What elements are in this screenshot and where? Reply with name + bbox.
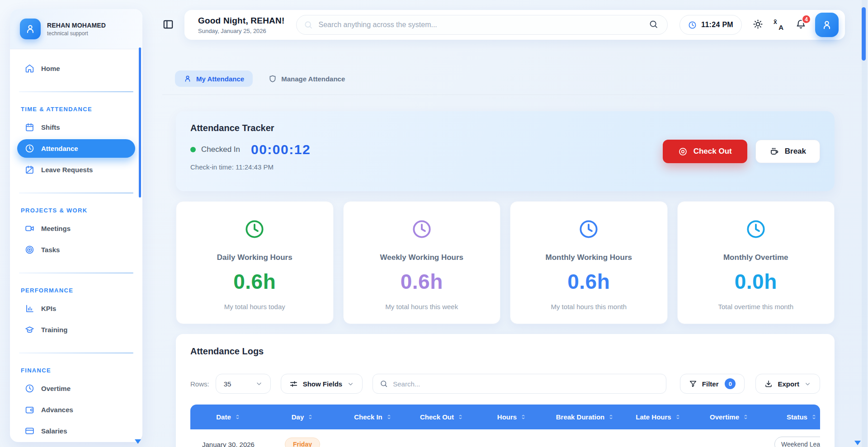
search-icon	[649, 19, 658, 29]
sidebar-item-advances[interactable]: Advances	[17, 400, 135, 419]
stat-subtitle: My total hours this week	[385, 303, 458, 311]
chevron-down-icon	[347, 381, 354, 387]
stat-title: Monthly Overtime	[723, 253, 788, 262]
sidebar-user-card[interactable]: REHAN MOHAMED technical support	[10, 9, 142, 49]
break-button[interactable]: Break	[755, 140, 820, 163]
sidebar-item-attendance[interactable]: Attendance	[17, 139, 135, 158]
day-badge: Friday	[285, 438, 320, 447]
sidebar-scroll-down-arrow[interactable]	[135, 439, 141, 444]
target-icon	[25, 245, 34, 254]
sidebar-scrollbar[interactable]	[139, 47, 141, 198]
column-header-break-duration[interactable]: Break Duration	[547, 405, 623, 429]
sidebar-item-meetings[interactable]: Meetings	[17, 219, 135, 238]
topbar: Good Night, REHAN! Sunday, January 25, 2…	[162, 10, 845, 40]
page-scrollbar-thumb[interactable]	[862, 7, 866, 61]
logs-title: Attendance Logs	[190, 346, 820, 357]
column-header-check-out[interactable]: Check Out	[407, 405, 476, 429]
stat-card-daily-hours: Daily Working Hours 0.6h My total hours …	[176, 201, 334, 324]
rows-label: Rows:	[190, 380, 209, 388]
sidebar: REHAN MOHAMED technical support Home TIM…	[10, 9, 142, 442]
tab-label: My Attendance	[196, 75, 244, 83]
sidebar-item-kpis[interactable]: KPIs	[17, 299, 135, 318]
show-fields-label: Show Fields	[303, 380, 343, 388]
stat-value: 0.0h	[735, 269, 777, 294]
column-header-late-hours[interactable]: Late Hours	[623, 405, 694, 429]
sidebar-item-label: Salaries	[41, 427, 67, 435]
logs-search-input[interactable]	[393, 380, 659, 388]
content: Attendance Tracker Checked In 00:00:12 C…	[176, 111, 835, 447]
check-out-button[interactable]: Check Out	[663, 140, 747, 163]
stat-title: Monthly Working Hours	[546, 253, 632, 262]
calendar-icon	[25, 122, 34, 132]
clock-icon	[411, 219, 432, 240]
export-button[interactable]: Export	[755, 374, 820, 394]
stat-card-weekly-hours: Weekly Working Hours 0.6h My total hours…	[343, 201, 501, 324]
filter-button[interactable]: Filter 0	[680, 374, 745, 394]
user-role: technical support	[47, 30, 106, 37]
tracker-actions: Check Out Break	[663, 140, 820, 163]
attendance-logs-card: Attendance Logs Rows: 35 Show Fields	[176, 334, 835, 447]
cell-break-duration	[547, 429, 623, 447]
cell-check-out	[407, 429, 476, 447]
cell-hours	[476, 429, 547, 447]
table-header-row: Date Day Check In Check Out Hours Break …	[190, 405, 820, 429]
column-header-overtime[interactable]: Overtime	[694, 405, 764, 429]
cell-day: Friday	[266, 429, 339, 447]
page-scroll-down-arrow[interactable]	[854, 441, 861, 445]
wallet-icon	[25, 405, 34, 414]
clock-icon	[688, 21, 697, 29]
theme-toggle-button[interactable]	[753, 19, 763, 31]
sidebar-item-training[interactable]: Training	[17, 320, 135, 339]
rows-per-page-value: 35	[224, 380, 231, 388]
sidebar-divider	[19, 193, 133, 193]
stat-value: 0.6h	[567, 269, 610, 294]
bar-chart-icon	[25, 304, 34, 313]
cell-overtime	[694, 429, 764, 447]
sidebar-toggle-button[interactable]	[162, 19, 174, 32]
clock-icon	[745, 219, 766, 240]
table-row[interactable]: January 30, 2026 Friday Weekend Leave	[190, 429, 820, 447]
filter-label: Filter	[702, 380, 719, 388]
user-name: REHAN MOHAMED	[47, 22, 106, 29]
column-header-status[interactable]: Status	[764, 405, 820, 429]
user-icon	[821, 19, 833, 31]
sidebar-item-shifts[interactable]: Shifts	[17, 118, 135, 136]
sidebar-item-home[interactable]: Home	[17, 59, 135, 78]
clock-widget: 11:24 PM	[679, 15, 742, 35]
main-area: Good Night, REHAN! Sunday, January 25, 2…	[142, 0, 868, 447]
sidebar-item-label: Overtime	[41, 385, 71, 392]
tab-label: Manage Attendance	[281, 75, 345, 83]
status-select[interactable]: Weekend Leave	[774, 437, 820, 447]
user-icon	[25, 24, 36, 34]
sidebar-item-overtime[interactable]: Overtime	[17, 379, 135, 398]
profile-menu-button[interactable]	[815, 13, 839, 37]
column-header-date[interactable]: Date	[190, 405, 266, 429]
clock-icon	[25, 384, 34, 393]
sort-icon	[235, 414, 241, 420]
rows-per-page-select[interactable]: 35	[216, 374, 271, 394]
column-header-day[interactable]: Day	[266, 405, 339, 429]
sidebar-item-leave-requests[interactable]: Leave Requests	[17, 160, 135, 179]
graduation-cap-icon	[25, 325, 34, 334]
page-scrollbar-track[interactable]	[862, 0, 867, 447]
sidebar-item-label: Shifts	[41, 123, 60, 131]
tab-manage-attendance[interactable]: Manage Attendance	[260, 71, 354, 87]
column-header-check-in[interactable]: Check In	[339, 405, 407, 429]
sort-icon	[811, 414, 817, 420]
attendance-table-wrap: Date Day Check In Check Out Hours Break …	[190, 405, 820, 447]
panel-left-icon	[162, 19, 174, 30]
show-fields-button[interactable]: Show Fields	[281, 374, 363, 394]
language-switch-button[interactable]: x̄ A	[773, 19, 784, 30]
search-button[interactable]	[649, 19, 658, 30]
coffee-icon	[769, 147, 779, 156]
global-search-input[interactable]	[318, 21, 643, 29]
sidebar-item-tasks[interactable]: Tasks	[17, 240, 135, 259]
session-timer: 00:00:12	[251, 142, 311, 157]
column-header-hours[interactable]: Hours	[476, 405, 547, 429]
sidebar-item-salaries[interactable]: Salaries	[17, 422, 135, 440]
tab-my-attendance[interactable]: My Attendance	[175, 71, 253, 87]
sidebar-divider	[19, 91, 133, 92]
checkin-time-text: Check-in time: 11:24:43 PM	[190, 163, 820, 171]
notifications-button[interactable]: 4	[796, 19, 806, 31]
shield-icon	[269, 75, 277, 83]
